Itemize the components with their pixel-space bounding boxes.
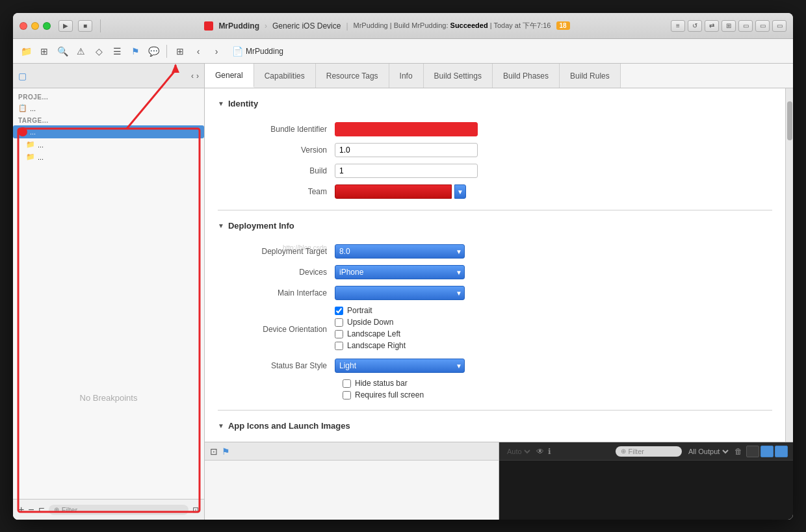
tab-build-phases[interactable]: Build Phases [493,64,560,88]
build-input[interactable] [335,164,478,178]
message-icon[interactable]: 💬 [146,44,161,59]
diamond-icon[interactable]: ◇ [91,44,107,59]
console-filter[interactable]: ⊕ Filter [616,446,682,457]
view-toggle-1[interactable]: ≡ [671,20,685,32]
team-dropdown-btn[interactable]: ▼ [454,184,466,199]
nav-fwd-icon[interactable]: › [196,71,199,81]
full-screen-label: Requires full screen [355,390,424,399]
output-select[interactable]: All Output [686,447,731,456]
version-input[interactable] [335,143,478,157]
toolbar-separator [166,45,167,58]
build-label: MrPudding | Build MrPudding: Succeeded |… [354,21,551,31]
stop-button[interactable]: ■ [78,20,92,32]
folder-icon[interactable]: 📁 [18,44,34,59]
view-btn-2[interactable] [760,446,774,457]
info-icon[interactable]: ℹ [548,447,551,456]
app-icons-toggle[interactable]: ▼ [218,422,224,429]
portrait-checkbox[interactable] [335,307,343,315]
forward-icon[interactable]: › [209,44,224,59]
remove-button[interactable]: − [28,505,34,515]
landscape-right-row: Landscape Right [335,341,406,350]
add-button[interactable]: + [18,505,24,515]
interface-select[interactable]: ▼ [335,286,465,300]
vertical-scrollbar[interactable] [785,88,793,442]
folder-item-1[interactable]: 📁 ... [13,138,204,151]
upside-down-checkbox[interactable] [335,318,343,327]
file-nav-icon[interactable]: ▢ [18,71,27,81]
minimize-button[interactable] [31,22,39,30]
portrait-row: Portrait [335,306,406,315]
view-toggle-4[interactable]: ⊞ [722,20,736,32]
tab-resource-tags[interactable]: Resource Tags [316,64,389,88]
maximize-button[interactable] [43,22,51,30]
project-icon [204,21,213,31]
view-toggle-3[interactable]: ⇄ [705,20,719,32]
full-screen-checkbox[interactable] [343,391,351,399]
landscape-left-label: Landscape Left [347,329,400,338]
status-bar-row: Status Bar Style Light ▼ [218,358,772,374]
grid-icon[interactable]: ⊞ [172,44,188,59]
devices-label: Devices [218,268,335,277]
deployment-target-options[interactable]: 8.0 [335,244,465,259]
auto-select[interactable]: Auto [504,447,532,456]
action-button[interactable]: ⊏ [38,506,45,514]
list-icon[interactable]: ☰ [109,44,125,59]
close-button[interactable] [20,22,27,30]
tab-build-settings[interactable]: Build Settings [424,64,493,88]
trash-icon[interactable]: 🗑 [734,447,742,456]
devices-select[interactable]: iPhone ▼ [335,265,465,279]
expand-icon[interactable]: ⊡ [192,505,199,514]
tab-build-rules[interactable]: Build Rules [560,64,621,88]
status-bar-select[interactable]: Light ▼ [335,359,465,373]
target-item[interactable]: ... [13,125,204,138]
status-bar-options[interactable]: Light [335,359,465,373]
deployment-target-select[interactable]: 8.0 ▼ [335,244,465,259]
build-label: Build [218,166,335,175]
hide-status-checkbox[interactable] [343,379,351,388]
view-toggle-6[interactable]: ▭ [755,20,770,32]
alert-icon[interactable]: ⚠ [73,44,88,59]
console-flag-btn[interactable]: ⚑ [222,446,230,457]
interface-options[interactable] [335,286,465,300]
debug-view-icon[interactable]: 👁 [536,447,544,456]
landscape-right-checkbox[interactable] [335,342,343,350]
back-icon[interactable]: ‹ [190,44,206,59]
doc-icon: 📋 [18,104,27,112]
folder-item-2[interactable]: 📁 ... [13,151,204,163]
landscape-left-checkbox[interactable] [335,330,343,338]
devices-options[interactable]: iPhone [335,265,465,279]
tab-capabilities[interactable]: Capabilities [254,64,316,88]
view-btn-3[interactable] [775,446,788,457]
full-screen-row: Requires full screen [343,390,772,399]
left-panel-bottom: + − ⊏ ⊕ Filter ⊡ [13,499,204,520]
view-toggle-2[interactable]: ↺ [688,20,702,32]
separator [100,19,101,32]
flag-icon[interactable]: ⚑ [127,44,143,59]
tab-general[interactable]: General [205,64,254,88]
identity-title: Identity [228,99,258,108]
team-select-field[interactable] [335,184,452,199]
view-toggle-7[interactable]: ▭ [772,20,786,32]
bundle-id-label: Bundle Identifier [218,125,335,134]
project-item[interactable]: 📋 ... [13,102,204,114]
console-collapse-btn[interactable]: ⊡ [210,446,218,457]
build-row: Build [218,163,772,179]
run-button[interactable]: ▶ [58,20,73,32]
tab-info[interactable]: Info [389,64,424,88]
breadcrumb: 📄 MrPudding [232,46,283,57]
device-name: Generic iOS Device [272,21,341,31]
find-icon[interactable]: 🔍 [55,44,70,59]
deployment-toggle[interactable]: ▼ [218,222,224,229]
upside-down-label: Upside Down [347,318,393,327]
scrollbar-thumb[interactable] [787,101,792,140]
nav-back-icon[interactable]: ‹ [191,71,194,81]
warning-badge[interactable]: 18 [556,21,570,30]
content-area: General Capabilities Resource Tags Info … [205,64,793,520]
view-btn-1[interactable] [746,446,759,457]
search-scope-icon[interactable]: ⊞ [36,44,52,59]
content-with-scrollbar: http://blog.csdn ▼ Identity Bundle Ident… [205,88,793,442]
bundle-id-input[interactable] [335,122,478,136]
filter-input[interactable]: ⊕ Filter [49,505,188,515]
view-toggle-5[interactable]: ▭ [738,20,753,32]
identity-toggle[interactable]: ▼ [218,100,224,107]
